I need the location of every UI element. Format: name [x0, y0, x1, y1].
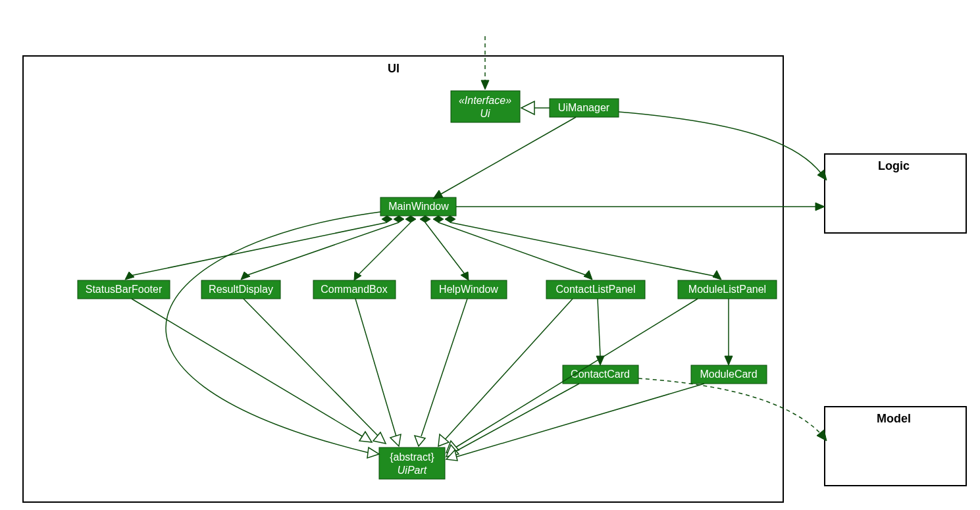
- class-ui-part-name: UiPart: [398, 465, 427, 476]
- svg-marker-52: [390, 434, 401, 446]
- rel-commandbox-gen-uipart: [355, 299, 401, 446]
- class-help-window-name: HelpWindow: [439, 284, 498, 295]
- class-ui-interface: «Interface» Ui: [451, 91, 520, 122]
- class-ui-interface-stereo: «Interface»: [459, 95, 511, 106]
- svg-marker-16: [481, 80, 489, 89]
- class-module-card-name: ModuleCard: [700, 369, 757, 380]
- rel-mainwindow-comp-commandbox: [354, 216, 416, 280]
- svg-marker-56: [438, 434, 449, 446]
- svg-marker-50: [373, 432, 386, 444]
- class-module-list-panel-name: ModuleListPanel: [688, 284, 766, 295]
- svg-line-37: [438, 222, 588, 276]
- rel-statusbarfooter-gen-uipart: [132, 299, 372, 442]
- rel-mainwindow-comp-statusbarfooter: [125, 216, 392, 280]
- svg-marker-38: [584, 270, 592, 280]
- rel-contactlistpanel-to-contactcard: [596, 299, 604, 365]
- svg-marker-29: [241, 272, 250, 280]
- class-contact-list-panel-name: ContactListPanel: [556, 284, 636, 295]
- svg-marker-33: [420, 216, 430, 222]
- svg-line-19: [440, 117, 576, 195]
- svg-marker-26: [125, 272, 134, 280]
- rel-mainwindow-gen-uipart: [166, 212, 380, 458]
- svg-marker-48: [359, 432, 372, 442]
- class-help-window: HelpWindow: [431, 280, 507, 299]
- rel-modulelistpanel-gen-uipart: [446, 299, 698, 453]
- svg-rect-0: [23, 56, 783, 502]
- class-status-bar-footer-name: StatusBarFooter: [86, 284, 163, 295]
- svg-line-55: [445, 299, 573, 440]
- svg-marker-35: [461, 272, 469, 280]
- package-logic-label: Logic: [878, 159, 910, 172]
- package-model: Model: [825, 407, 966, 486]
- svg-line-40: [450, 222, 716, 276]
- class-main-window: MainWindow: [380, 197, 456, 216]
- svg-line-51: [355, 299, 396, 436]
- rel-uimanager-to-logic: [619, 112, 827, 180]
- rel-mainwindow-comp-helpwindow: [420, 216, 469, 280]
- class-module-list-panel: ModuleListPanel: [678, 280, 777, 299]
- svg-marker-20: [433, 190, 443, 199]
- svg-marker-23: [815, 203, 825, 211]
- svg-marker-46: [367, 447, 379, 458]
- class-command-box-name: CommandBox: [321, 284, 387, 295]
- svg-marker-41: [713, 270, 721, 280]
- class-status-bar-footer: StatusBarFooter: [78, 280, 170, 299]
- class-main-window-name: MainWindow: [388, 201, 449, 212]
- rel-cards-dep-model: [638, 378, 827, 441]
- class-ui-manager: UiManager: [550, 99, 619, 117]
- package-logic: Logic: [825, 154, 966, 233]
- rel-uimanager-to-mainwindow: [433, 117, 576, 199]
- rel-modulelistpanel-to-modulecard: [725, 299, 733, 365]
- rel-resultdisplay-gen-uipart: [244, 299, 386, 444]
- class-ui-interface-name: Ui: [480, 108, 490, 119]
- class-ui-manager-name: UiManager: [558, 102, 610, 113]
- rel-external-to-ui: [481, 36, 489, 89]
- svg-marker-24: [382, 216, 392, 222]
- svg-marker-39: [445, 216, 455, 222]
- svg-marker-54: [415, 436, 425, 446]
- class-contact-card-name: ContactCard: [571, 369, 630, 380]
- rel-mainwindow-to-logic: [456, 203, 825, 211]
- svg-line-49: [244, 299, 379, 437]
- uml-class-diagram: UI Logic Model «Interface» Ui UiManager …: [0, 0, 980, 510]
- rel-contactcard-gen-uipart: [446, 384, 579, 457]
- package-ui-label: UI: [388, 62, 400, 75]
- class-module-card: ModuleCard: [691, 365, 767, 384]
- package-model-label: Model: [877, 412, 911, 425]
- svg-line-31: [357, 222, 411, 276]
- svg-line-57: [455, 299, 698, 447]
- svg-line-42: [598, 299, 600, 356]
- svg-marker-36: [433, 216, 444, 222]
- svg-marker-45: [725, 356, 733, 365]
- svg-marker-30: [405, 216, 416, 222]
- rel-mainwindow-comp-contactlistpanel: [433, 216, 592, 280]
- svg-line-28: [245, 222, 399, 276]
- class-result-display: ResultDisplay: [201, 280, 280, 299]
- svg-marker-27: [394, 216, 404, 222]
- svg-marker-18: [521, 101, 534, 115]
- class-result-display-name: ResultDisplay: [209, 284, 273, 295]
- svg-line-59: [455, 384, 579, 451]
- class-contact-list-panel: ContactListPanel: [546, 280, 645, 299]
- class-ui-part: {abstract} UiPart: [379, 447, 445, 479]
- package-ui: UI: [23, 56, 783, 502]
- svg-line-53: [421, 299, 467, 436]
- svg-line-47: [132, 299, 363, 437]
- svg-line-61: [457, 384, 704, 457]
- rel-mainwindow-comp-modulelistpanel: [445, 216, 721, 280]
- class-ui-part-stereo: {abstract}: [390, 451, 434, 463]
- class-command-box: CommandBox: [313, 280, 396, 299]
- rel-uimanager-realizes-ui: [521, 101, 550, 115]
- svg-line-25: [130, 222, 387, 276]
